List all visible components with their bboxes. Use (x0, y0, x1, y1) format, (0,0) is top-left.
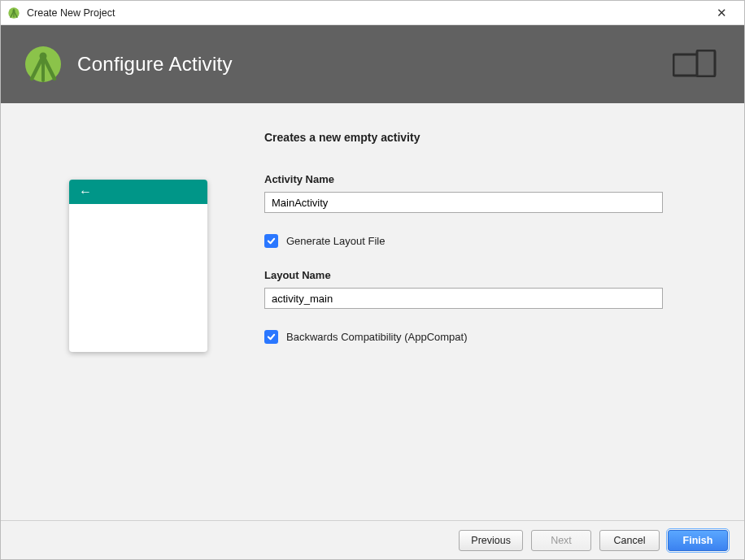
wizard-step-title: Configure Activity (77, 53, 673, 76)
arrow-back-icon: ← (79, 185, 92, 198)
svg-rect-5 (697, 50, 715, 76)
generate-layout-row: Generate Layout File (264, 234, 708, 248)
layout-name-input[interactable] (264, 288, 663, 309)
layout-name-group: Layout Name (264, 269, 708, 309)
back-compat-label: Backwards Compatibility (AppCompat) (286, 331, 468, 343)
wizard-header: Configure Activity (1, 25, 744, 103)
wizard-body: ← Creates a new empty activity Activity … (1, 103, 744, 520)
wizard-footer: Previous Next Cancel Finish (1, 520, 744, 559)
phone-preview: ← (69, 180, 207, 352)
finish-button[interactable]: Finish (668, 530, 728, 551)
activity-name-label: Activity Name (264, 173, 708, 185)
window-title: Create New Project (27, 7, 705, 19)
form-column: Creates a new empty activity Activity Na… (240, 131, 708, 520)
back-compat-checkbox[interactable] (264, 330, 278, 344)
previous-button[interactable]: Previous (459, 530, 523, 551)
activity-name-group: Activity Name (264, 173, 708, 213)
back-compat-row: Backwards Compatibility (AppCompat) (264, 330, 708, 344)
android-studio-icon (7, 7, 20, 20)
section-title: Creates a new empty activity (264, 131, 708, 144)
template-preview-column: ← (37, 131, 240, 520)
phone-preview-appbar: ← (69, 180, 207, 204)
device-orientation-icon (673, 50, 717, 80)
next-button: Next (531, 530, 591, 551)
generate-layout-checkbox[interactable] (264, 234, 278, 248)
cancel-button[interactable]: Cancel (599, 530, 660, 551)
layout-name-label: Layout Name (264, 269, 708, 281)
titlebar: Create New Project ✕ (1, 1, 744, 25)
android-studio-logo-icon (24, 45, 63, 84)
dialog-window: Create New Project ✕ Configure Activity (0, 0, 745, 560)
activity-name-input[interactable] (264, 192, 663, 213)
generate-layout-label: Generate Layout File (286, 235, 385, 247)
window-close-button[interactable]: ✕ (705, 6, 738, 20)
